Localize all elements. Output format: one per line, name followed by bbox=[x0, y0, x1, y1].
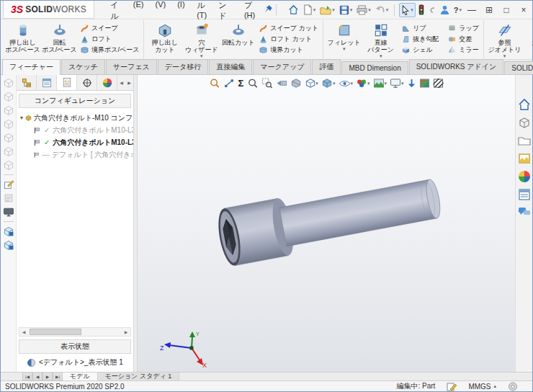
configurationmanager-tab[interactable] bbox=[57, 75, 77, 90]
revolve-boss-button[interactable]: 回転ボス/ベース bbox=[41, 20, 78, 53]
shell-button[interactable]: シェル bbox=[399, 45, 441, 55]
cut-extrude-button[interactable]: 押し出しカット bbox=[146, 20, 183, 53]
dropdown-caret-icon[interactable]: ▾ bbox=[350, 7, 353, 13]
panel-horizontal-scrollbar[interactable]: ◀ ▶ bbox=[19, 327, 131, 337]
dropdown-caret-icon[interactable]: ▾ bbox=[386, 7, 389, 13]
reference-geometry-button[interactable]: 参照ジオメトリ▾ bbox=[486, 20, 523, 58]
first-tab-button[interactable]: |◀ bbox=[22, 373, 32, 380]
maximize-button[interactable]: □ bbox=[498, 1, 515, 19]
hole-wizard-button[interactable]: 穴ウィザード▾ bbox=[183, 20, 220, 58]
view-cube-icon[interactable] bbox=[3, 146, 14, 157]
display-monitor-icon[interactable] bbox=[3, 206, 14, 218]
custom-properties-icon[interactable] bbox=[518, 188, 531, 201]
sketch-tool-icon[interactable] bbox=[3, 179, 14, 190]
scrollbar-track[interactable] bbox=[28, 329, 122, 335]
select-tool-button[interactable]: ▾ bbox=[399, 3, 416, 17]
tab-sketch[interactable]: スケッチ bbox=[61, 59, 105, 74]
boundary-boss-button[interactable]: 境界ボス/ベース bbox=[78, 45, 141, 55]
note-icon[interactable] bbox=[3, 192, 14, 204]
user-account-button[interactable] bbox=[439, 4, 451, 17]
draft-button[interactable]: 抜き勾配 bbox=[399, 35, 441, 44]
dropdown-caret-icon[interactable]: ▾ bbox=[380, 53, 382, 58]
appearances-icon[interactable] bbox=[518, 170, 531, 183]
view-cube-icon[interactable] bbox=[3, 91, 14, 102]
restore-button[interactable]: ⊞ bbox=[480, 1, 498, 19]
file-explorer-icon[interactable] bbox=[518, 134, 531, 147]
new-document-button[interactable]: ▾ bbox=[302, 3, 318, 17]
propertymanager-tab[interactable] bbox=[37, 75, 57, 90]
tab-addins[interactable]: SOLIDWORKS アドイン bbox=[409, 59, 504, 74]
manager-tab-scroll-left[interactable]: ◀ bbox=[117, 75, 125, 90]
rib-button[interactable]: リブ bbox=[399, 24, 441, 33]
dropdown-caret-icon[interactable]: ▾ bbox=[503, 53, 506, 58]
configuration-row-active[interactable]: ✓ 六角穴付きボルトM10-L32 bbox=[17, 136, 133, 148]
configuration-row[interactable]: — デフォルト [ 六角穴付きボルト bbox=[17, 148, 133, 161]
tab-evaluate[interactable]: 評価 bbox=[312, 59, 341, 74]
configuration-row[interactable]: ✓ 六角穴付きボルトM10-L30 bbox=[17, 124, 133, 136]
dropdown-caret-icon[interactable]: ▾ bbox=[200, 53, 203, 58]
tab-surfaces[interactable]: サーフェス bbox=[106, 59, 157, 74]
display-state-row[interactable]: <デフォルト>_表示状態 1 bbox=[17, 355, 133, 372]
intersect-button[interactable]: 交差 bbox=[445, 35, 481, 44]
last-tab-button[interactable]: ▶| bbox=[53, 373, 63, 380]
tab-features[interactable]: フィーチャー bbox=[2, 59, 61, 75]
fillet-button[interactable]: フィレット▾ bbox=[326, 20, 362, 51]
minimize-button[interactable]: — bbox=[463, 1, 480, 19]
dropdown-caret-icon[interactable]: ▾ bbox=[368, 7, 371, 13]
print-button[interactable]: ▾ bbox=[355, 4, 372, 17]
tab-markup[interactable]: マークアップ bbox=[253, 59, 311, 74]
status-badge-icon[interactable] bbox=[508, 382, 518, 391]
view-palette-icon[interactable] bbox=[518, 152, 531, 165]
help-button[interactable]: ?▾ bbox=[452, 4, 463, 16]
view-cube-icon[interactable] bbox=[3, 132, 14, 143]
tab-cam[interactable]: SOLIDWORKS CAM bbox=[504, 61, 533, 74]
curves-button[interactable]: カーブ▾ bbox=[523, 20, 533, 51]
home-button[interactable] bbox=[287, 3, 300, 17]
boss-extrude-button[interactable]: 押し出しボス/ベース bbox=[4, 20, 41, 53]
loft-button[interactable]: ロフト bbox=[78, 35, 141, 44]
graphics-area[interactable]: Σ ▾ ▾ ▾ ▾ ▾ ▾ bbox=[138, 75, 515, 372]
model-tab[interactable]: モデル bbox=[63, 373, 98, 380]
body-cube-icon[interactable] bbox=[3, 226, 14, 237]
forum-icon[interactable] bbox=[518, 206, 531, 218]
dimxpertmanager-tab[interactable] bbox=[77, 75, 97, 90]
dropdown-caret-icon[interactable]: ▾ bbox=[343, 46, 346, 51]
loft-cut-button[interactable]: ロフト カット bbox=[256, 35, 321, 44]
revolve-cut-button[interactable]: 回転カット bbox=[220, 20, 256, 46]
rebuild-button[interactable] bbox=[417, 3, 426, 17]
dropdown-caret-icon[interactable]: ▾ bbox=[332, 7, 335, 13]
displaymanager-tab[interactable] bbox=[97, 75, 117, 90]
boundary-cut-button[interactable]: 境界カット bbox=[256, 45, 321, 55]
save-button[interactable]: ▾ bbox=[338, 4, 354, 17]
next-tab-button[interactable]: ▶ bbox=[42, 373, 53, 380]
sweep-button[interactable]: スイープ bbox=[78, 24, 141, 33]
mirror-button[interactable]: ミラー bbox=[445, 45, 481, 55]
view-cube-icon[interactable] bbox=[3, 159, 14, 171]
redo-button[interactable] bbox=[427, 5, 437, 15]
motion-study-tab[interactable]: モーション スタディ 1 bbox=[98, 373, 180, 380]
sweep-cut-button[interactable]: スイープ カット bbox=[256, 24, 321, 33]
view-cube-icon[interactable] bbox=[3, 77, 14, 89]
collapse-icon[interactable]: ▾ bbox=[20, 115, 23, 121]
wrap-button[interactable]: ラップ bbox=[445, 24, 481, 33]
units-selector[interactable]: MMGS ▴ bbox=[468, 383, 496, 391]
dropdown-caret-icon[interactable]: ▾ bbox=[411, 7, 413, 13]
tab-data-migration[interactable]: データ移行 bbox=[158, 59, 208, 74]
featuremanager-tab[interactable] bbox=[17, 75, 37, 90]
manager-tab-scroll-right[interactable]: ▶ bbox=[125, 75, 133, 90]
body-cube-icon[interactable] bbox=[3, 239, 14, 251]
previous-tab-button[interactable]: ◀ bbox=[32, 373, 42, 380]
tab-mbd-dimension[interactable]: MBD Dimension bbox=[341, 61, 408, 74]
home-tab-icon[interactable] bbox=[518, 98, 531, 111]
units-caret-icon[interactable]: ▴ bbox=[493, 383, 496, 389]
design-library-icon[interactable] bbox=[518, 116, 531, 129]
tree-root-row[interactable]: ▾ 六角穴付きボルト-M10 コンフィギュレーシ bbox=[17, 112, 133, 124]
view-cube-icon[interactable] bbox=[3, 104, 14, 116]
scroll-left-icon[interactable]: ◀ bbox=[19, 329, 28, 334]
scrollbar-thumb[interactable] bbox=[30, 329, 81, 335]
scroll-right-icon[interactable]: ▶ bbox=[122, 329, 130, 334]
dropdown-caret-icon[interactable]: ▾ bbox=[313, 7, 316, 13]
tab-direct-editing[interactable]: 直接編集 bbox=[209, 59, 252, 74]
linear-pattern-button[interactable]: 直線パターン▾ bbox=[362, 20, 399, 58]
view-cube-icon[interactable] bbox=[3, 118, 14, 130]
